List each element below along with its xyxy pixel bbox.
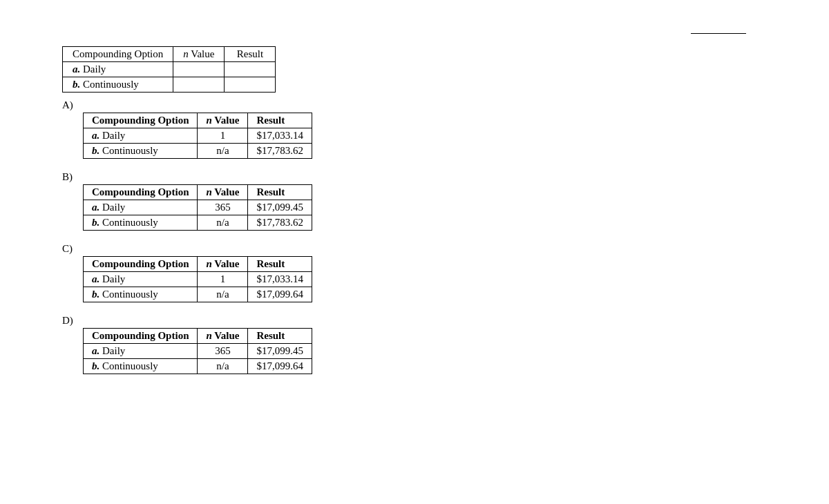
ans-option-3-0: a. Daily	[84, 343, 198, 358]
q-header-result: Result	[225, 46, 276, 61]
option-block-D: D)Compounding Optionn ValueResulta. Dail…	[62, 315, 801, 374]
ans-th-2-1: n Value	[198, 256, 248, 271]
option-letter-1: B)	[62, 171, 801, 183]
ans-result-2-0: $17,033.14	[248, 271, 312, 287]
ans-option-1-1: b. Continuously	[84, 215, 198, 230]
problem-number-right	[687, 25, 746, 41]
ans-table-3: Compounding Optionn ValueResulta. Daily3…	[83, 328, 312, 374]
q-n-daily	[173, 61, 225, 77]
answer-line	[691, 33, 746, 34]
ans-result-2-1: $17,099.64	[248, 287, 312, 302]
ans-option-3-1: b. Continuously	[84, 358, 198, 374]
ans-option-2-0: a. Daily	[84, 271, 198, 287]
ans-n-3-1: n/a	[198, 358, 248, 374]
ans-row-3-0: a. Daily365$17,099.45	[84, 343, 312, 358]
question-table: Compounding Option n Value Result a. Dai…	[62, 46, 276, 93]
option-letter-0: A)	[62, 99, 801, 111]
ans-th-1-2: Result	[248, 184, 312, 200]
q-label-cont: b. Continuously	[63, 77, 173, 92]
option-block-C: C)Compounding Optionn ValueResulta. Dail…	[62, 243, 801, 302]
q-header-option: Compounding Option	[63, 46, 173, 61]
ans-result-3-0: $17,099.45	[248, 343, 312, 358]
ans-row-1-1: b. Continuouslyn/a$17,783.62	[84, 215, 312, 230]
ans-n-3-0: 365	[198, 343, 248, 358]
ans-row-0-0: a. Daily1$17,033.14	[84, 128, 312, 143]
ans-result-1-0: $17,099.45	[248, 200, 312, 215]
ans-th-0-1: n Value	[198, 113, 248, 128]
ans-row-0-1: b. Continuouslyn/a$17,783.62	[84, 143, 312, 158]
q-row-continuously: b. Continuously	[63, 77, 276, 92]
option-block-B: B)Compounding Optionn ValueResulta. Dail…	[62, 171, 801, 231]
q-label-daily: a. Daily	[63, 61, 173, 77]
option-block-A: A)Compounding Optionn ValueResulta. Dail…	[62, 99, 801, 159]
ans-row-2-0: a. Daily1$17,033.14	[84, 271, 312, 287]
ans-th-3-1: n Value	[198, 328, 248, 343]
q-row-daily: a. Daily	[63, 61, 276, 77]
ans-result-0-0: $17,033.14	[248, 128, 312, 143]
ans-th-0-0: Compounding Option	[84, 113, 198, 128]
question-table-wrapper: Compounding Option n Value Result a. Dai…	[62, 46, 801, 93]
ans-n-0-1: n/a	[198, 143, 248, 158]
ans-th-2-0: Compounding Option	[84, 256, 198, 271]
ans-table-2: Compounding Optionn ValueResulta. Daily1…	[83, 256, 312, 302]
ans-result-0-1: $17,783.62	[248, 143, 312, 158]
ans-n-2-0: 1	[198, 271, 248, 287]
q-result-daily	[225, 61, 276, 77]
q-n-cont	[173, 77, 225, 92]
ans-th-1-1: n Value	[198, 184, 248, 200]
q-result-cont	[225, 77, 276, 92]
ans-row-2-1: b. Continuouslyn/a$17,099.64	[84, 287, 312, 302]
option-letter-2: C)	[62, 243, 801, 255]
ans-row-1-0: a. Daily365$17,099.45	[84, 200, 312, 215]
ans-th-3-2: Result	[248, 328, 312, 343]
options-area: A)Compounding Optionn ValueResulta. Dail…	[62, 99, 801, 374]
ans-option-2-1: b. Continuously	[84, 287, 198, 302]
q-header-n: n Value	[173, 46, 225, 61]
ans-n-1-0: 365	[198, 200, 248, 215]
option-letter-3: D)	[62, 315, 801, 327]
ans-n-0-0: 1	[198, 128, 248, 143]
ans-table-1: Compounding Optionn ValueResulta. Daily3…	[83, 184, 312, 231]
ans-result-3-1: $17,099.64	[248, 358, 312, 374]
ans-option-0-1: b. Continuously	[84, 143, 198, 158]
ans-th-3-0: Compounding Option	[84, 328, 198, 343]
ans-th-2-2: Result	[248, 256, 312, 271]
ans-n-2-1: n/a	[198, 287, 248, 302]
problem-intro	[48, 25, 801, 41]
ans-th-1-0: Compounding Option	[84, 184, 198, 200]
ans-option-0-0: a. Daily	[84, 128, 198, 143]
ans-table-0: Compounding Optionn ValueResulta. Daily1…	[83, 113, 312, 159]
ans-result-1-1: $17,783.62	[248, 215, 312, 230]
ans-row-3-1: b. Continuouslyn/a$17,099.64	[84, 358, 312, 374]
ans-th-0-2: Result	[248, 113, 312, 128]
ans-option-1-0: a. Daily	[84, 200, 198, 215]
ans-n-1-1: n/a	[198, 215, 248, 230]
